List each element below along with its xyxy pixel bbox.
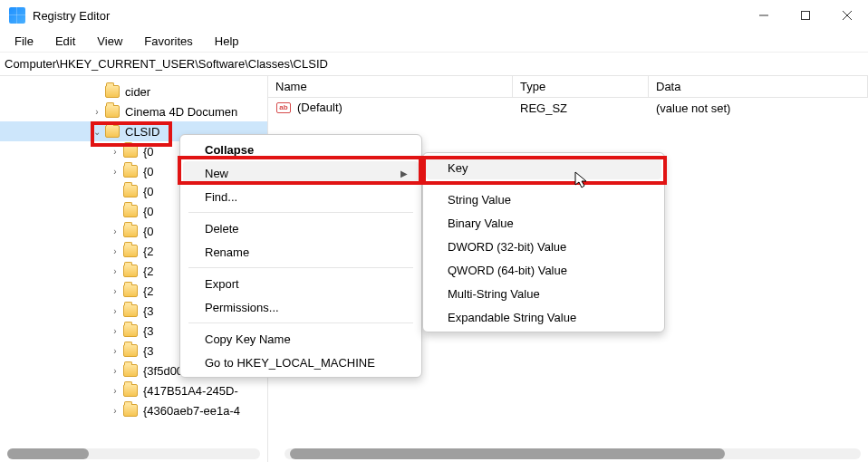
menu-item-label: Find... (205, 190, 237, 204)
menu-item[interactable]: Copy Key Name (183, 327, 419, 351)
tree-label: {0 (143, 205, 154, 218)
tree-label: {2 (143, 265, 154, 278)
menu-item[interactable]: Multi-String Value (426, 282, 661, 305)
expand-icon[interactable]: › (109, 286, 121, 296)
expand-icon[interactable]: › (109, 406, 121, 416)
menu-item-label: Permissions... (205, 301, 279, 314)
menu-item[interactable]: Find... (183, 185, 419, 208)
menu-item[interactable]: QWORD (64-bit) Value (426, 258, 661, 282)
tree-label: {3 (143, 304, 154, 318)
tree-node[interactable]: cider (0, 82, 267, 101)
menu-item-label: Binary Value (448, 217, 514, 230)
menu-item[interactable]: Collapse (183, 138, 419, 161)
string-value-icon: ab (275, 101, 292, 115)
status-bar-scroll (0, 446, 868, 462)
expand-icon[interactable]: › (109, 167, 121, 177)
tree-node[interactable]: ›Cinema 4D Documen (0, 101, 267, 121)
tree-node[interactable]: ›{417B51A4-245D- (0, 380, 267, 400)
menu-item-label: Go to HKEY_LOCAL_MACHINE (205, 356, 375, 370)
folder-icon (123, 364, 138, 377)
menu-item[interactable]: DWORD (32-bit) Value (426, 235, 661, 258)
menu-item[interactable]: Binary Value (426, 211, 661, 235)
folder-icon (123, 384, 138, 397)
menu-item[interactable]: Go to HKEY_LOCAL_MACHINE (183, 351, 419, 374)
tree-label: {0 (143, 225, 154, 238)
submenu-new[interactable]: KeyString ValueBinary ValueDWORD (32-bit… (422, 152, 665, 332)
folder-icon (123, 265, 138, 277)
maximize-button[interactable] (785, 0, 826, 31)
menu-item[interactable]: Expandable String Value (426, 305, 661, 329)
expand-icon[interactable]: › (109, 366, 121, 376)
menu-item-label: Expandable String Value (448, 311, 576, 324)
menu-item-label: Delete (205, 222, 239, 236)
tree-label: CLSID (125, 125, 159, 139)
svg-rect-1 (802, 12, 810, 20)
menu-view[interactable]: View (86, 33, 133, 50)
expand-icon[interactable]: › (109, 326, 121, 336)
expand-icon[interactable]: › (91, 107, 103, 117)
expand-icon[interactable]: ⌄ (91, 127, 103, 137)
menu-item[interactable]: New▶ (183, 161, 419, 185)
col-name[interactable]: Name (268, 76, 513, 97)
window-title: Registry Editor (33, 9, 110, 23)
folder-icon (123, 225, 138, 237)
menu-separator (431, 183, 656, 184)
folder-icon (123, 165, 138, 178)
list-h-scrollbar[interactable] (285, 448, 861, 459)
folder-icon (105, 105, 120, 118)
tree-node[interactable]: ›{4360aeb7-ee1a-4 (0, 400, 267, 420)
folder-icon (123, 205, 138, 217)
tree-label: Cinema 4D Documen (125, 105, 237, 119)
chevron-right-icon: ▶ (400, 168, 408, 178)
menu-item[interactable]: Permissions... (183, 295, 419, 319)
menu-favorites[interactable]: Favorites (133, 33, 203, 50)
expand-icon[interactable]: › (109, 226, 121, 236)
folder-icon (105, 85, 120, 98)
expand-icon[interactable]: › (109, 306, 121, 316)
menu-bar: File Edit View Favorites Help (0, 31, 868, 53)
close-button[interactable] (826, 0, 868, 31)
tree-label: cider (125, 85, 150, 99)
menu-item-label: String Value (448, 193, 511, 207)
tree-label: {3 (143, 344, 154, 358)
minimize-button[interactable] (743, 0, 785, 31)
address-bar[interactable]: Computer\HKEY_CURRENT_USER\Software\Clas… (0, 53, 868, 76)
menu-item-label: New (205, 167, 228, 180)
tree-label: {2 (143, 284, 154, 298)
tree-label: {0 (143, 165, 154, 178)
menu-separator (188, 267, 413, 268)
tree-label: {417B51A4-245D- (143, 384, 238, 398)
folder-icon (123, 245, 138, 257)
tree-label: {0 (143, 145, 154, 159)
menu-item[interactable]: Export (183, 272, 419, 295)
menu-item[interactable]: Key (426, 156, 661, 179)
col-type[interactable]: Type (513, 76, 649, 97)
tree-label: {4360aeb7-ee1a-4 (143, 404, 240, 418)
expand-icon[interactable]: › (109, 147, 121, 157)
app-icon (9, 7, 25, 24)
menu-item[interactable]: String Value (426, 188, 661, 211)
tree-h-scrollbar[interactable] (7, 448, 260, 459)
menu-file[interactable]: File (4, 33, 44, 50)
menu-edit[interactable]: Edit (44, 33, 86, 50)
menu-separator (188, 212, 413, 213)
expand-icon[interactable]: › (109, 266, 121, 276)
context-menu[interactable]: CollapseNew▶Find...DeleteRenameExportPer… (179, 134, 422, 378)
title-bar: Registry Editor (0, 0, 868, 31)
folder-icon (123, 344, 138, 357)
folder-icon (123, 304, 138, 317)
col-data[interactable]: Data (649, 76, 868, 97)
menu-item[interactable]: Rename (183, 240, 419, 264)
folder-icon (105, 125, 120, 138)
value-row[interactable]: ab(Default) REG_SZ (value not set) (268, 98, 868, 118)
expand-icon[interactable]: › (109, 386, 121, 396)
menu-help[interactable]: Help (204, 33, 250, 50)
menu-item-label: Export (205, 277, 239, 291)
expand-icon[interactable]: › (109, 346, 121, 356)
menu-item-label: Multi-String Value (448, 287, 540, 301)
expand-icon[interactable]: › (109, 246, 121, 256)
menu-item[interactable]: Delete (183, 217, 419, 240)
value-name: (Default) (297, 101, 342, 114)
menu-item-label: QWORD (64-bit) Value (448, 264, 567, 277)
tree-label: {3 (143, 324, 154, 338)
